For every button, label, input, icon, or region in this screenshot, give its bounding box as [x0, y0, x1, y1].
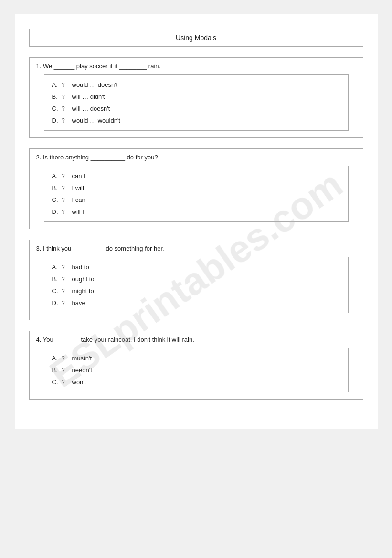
option-letter-2-4: D. [52, 208, 62, 215]
option-letter-3-3: C. [52, 287, 62, 295]
page-container: Using Modals 1. We ______ play soccer if… [15, 14, 378, 429]
question-text-1: 1. We ______ play soccer if it ________ … [30, 58, 363, 74]
option-letter-2-1: A. [52, 172, 62, 179]
option-radio-icon-2-3[interactable]: ? [62, 196, 72, 203]
option-letter-3-4: D. [52, 299, 62, 306]
option-radio-icon-4-2[interactable]: ? [62, 367, 72, 374]
option-radio-icon-4-1[interactable]: ? [62, 355, 72, 362]
option-row-1-3[interactable]: C.?will … doesn't [52, 103, 340, 115]
option-row-4-2[interactable]: B.?needn't [52, 364, 340, 376]
option-radio-icon-2-4[interactable]: ? [62, 208, 72, 215]
options-box-2: A.?can IB.?I willC.?I canD.?will I [44, 166, 349, 222]
option-text-1-2: will … didn't [72, 93, 340, 100]
option-radio-icon-2-1[interactable]: ? [62, 172, 72, 179]
option-text-4-1: mustn't [72, 355, 340, 362]
option-row-3-3[interactable]: C.?might to [52, 285, 340, 297]
question-block-3: 3. I think you _________ do something fo… [29, 240, 363, 320]
option-text-1-3: will … doesn't [72, 105, 340, 112]
option-letter-1-2: B. [52, 93, 62, 100]
option-row-1-4[interactable]: D.?would … wouldn't [52, 115, 340, 126]
option-text-4-3: won't [72, 379, 340, 386]
question-block-4: 4. You _______ take your raincoat. I don… [29, 331, 363, 400]
option-row-2-3[interactable]: C.?I can [52, 194, 340, 206]
option-text-1-4: would … wouldn't [72, 117, 340, 124]
option-row-2-4[interactable]: D.?will I [52, 206, 340, 218]
option-row-1-1[interactable]: A.?would … doesn't [52, 79, 340, 91]
option-radio-icon-1-4[interactable]: ? [62, 117, 72, 124]
option-text-3-2: ought to [72, 275, 340, 283]
option-radio-icon-3-2[interactable]: ? [62, 275, 72, 283]
option-radio-icon-3-3[interactable]: ? [62, 287, 72, 295]
option-radio-icon-3-1[interactable]: ? [62, 263, 72, 271]
option-row-3-4[interactable]: D.?have [52, 297, 340, 309]
title-text: Using Modals [176, 34, 216, 42]
option-letter-1-1: A. [52, 81, 62, 88]
question-text-2: 2. Is there anything __________ do for y… [30, 149, 363, 166]
option-row-4-1[interactable]: A.?mustn't [52, 352, 340, 364]
options-box-1: A.?would … doesn'tB.?will … didn'tC.?wil… [44, 74, 349, 131]
option-text-3-4: have [72, 299, 340, 306]
option-row-2-1[interactable]: A.?can I [52, 170, 340, 182]
option-letter-1-4: D. [52, 117, 62, 124]
option-letter-4-2: B. [52, 367, 62, 374]
option-letter-3-1: A. [52, 263, 62, 271]
options-box-3: A.?had toB.?ought toC.?might toD.?have [44, 257, 349, 313]
option-letter-4-1: A. [52, 355, 62, 362]
question-block-2: 2. Is there anything __________ do for y… [29, 148, 363, 229]
option-radio-icon-1-3[interactable]: ? [62, 105, 72, 112]
option-letter-2-2: B. [52, 184, 62, 191]
question-block-1: 1. We ______ play soccer if it ________ … [29, 57, 363, 138]
option-row-1-2[interactable]: B.?will … didn't [52, 91, 340, 103]
option-text-2-3: I can [72, 196, 340, 203]
option-letter-1-3: C. [52, 105, 62, 112]
option-row-3-1[interactable]: A.?had to [52, 261, 340, 273]
option-radio-icon-4-3[interactable]: ? [62, 379, 72, 386]
option-text-3-1: had to [72, 263, 340, 271]
option-radio-icon-2-2[interactable]: ? [62, 184, 72, 191]
options-box-4: A.?mustn'tB.?needn'tC.?won't [44, 348, 349, 392]
question-text-4: 4. You _______ take your raincoat. I don… [30, 331, 363, 348]
page-title: Using Modals [29, 29, 363, 47]
option-radio-icon-1-1[interactable]: ? [62, 81, 72, 88]
questions-container: 1. We ______ play soccer if it ________ … [29, 57, 363, 400]
question-text-3: 3. I think you _________ do something fo… [30, 240, 363, 257]
option-text-4-2: needn't [72, 367, 340, 374]
option-text-1-1: would … doesn't [72, 81, 340, 88]
option-radio-icon-3-4[interactable]: ? [62, 299, 72, 306]
option-row-2-2[interactable]: B.?I will [52, 182, 340, 194]
option-letter-3-2: B. [52, 275, 62, 283]
option-row-3-2[interactable]: B.?ought to [52, 273, 340, 285]
option-radio-icon-1-2[interactable]: ? [62, 93, 72, 100]
option-text-3-3: might to [72, 287, 340, 295]
option-text-2-4: will I [72, 208, 340, 215]
option-letter-2-3: C. [52, 196, 62, 203]
option-text-2-1: can I [72, 172, 340, 179]
option-text-2-2: I will [72, 184, 340, 191]
option-letter-4-3: C. [52, 379, 62, 386]
option-row-4-3[interactable]: C.?won't [52, 376, 340, 388]
